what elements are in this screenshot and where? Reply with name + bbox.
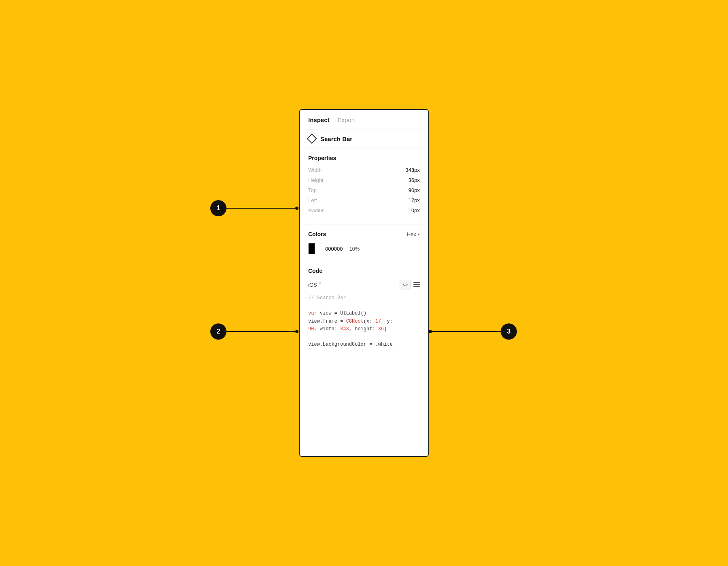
annotation-line-1 [226, 208, 295, 209]
code-frame-start: view.frame = [308, 319, 346, 324]
code-y-val: 90 [308, 326, 314, 332]
code-title: Code [308, 268, 420, 274]
code-keyword-var: var [308, 310, 317, 316]
code-y-label: , y: [381, 319, 393, 324]
code-x-label: x: [366, 319, 375, 324]
color-hex-value: 000000 [325, 246, 343, 252]
colors-section: Colors Hex ▾ 000000 10% [300, 224, 428, 261]
code-cgrect-keyword: CGRect [346, 319, 364, 324]
code-view-button[interactable]: <> [400, 280, 411, 289]
color-opacity-value: 10% [349, 246, 360, 252]
prop-row-top: Top 90px [308, 187, 420, 193]
code-line-3: view.backgroundColor = .white [308, 341, 420, 348]
annotation-bubble-2: 2 [210, 323, 226, 340]
prop-row-width: Width 343px [308, 167, 420, 173]
code-w-val: 343 [340, 326, 349, 332]
code-paren-open: ( [364, 319, 366, 324]
prop-value-width: 343px [406, 167, 420, 173]
annotation-line-2 [226, 331, 295, 332]
prop-row-left: Left 17px [308, 197, 420, 203]
hamburger-menu-icon[interactable] [413, 282, 420, 287]
prop-label-width: Width [308, 167, 322, 173]
annotation-dot-1 [295, 207, 298, 210]
code-line-2: view.frame = CGRect(x: 17, y: [308, 318, 420, 325]
annotation-bubble-3: 3 [501, 323, 517, 340]
prop-value-left: 17px [408, 197, 420, 203]
code-line-1: var view = UILabel() [308, 310, 420, 317]
platform-dropdown[interactable]: iOS ˅ [308, 282, 322, 288]
prop-label-top: Top [308, 187, 317, 193]
code-brackets-icon: <> [403, 282, 408, 287]
code-line-2b: 90, width: 343, height: 36) [308, 325, 420, 333]
annotation-line-3 [432, 331, 501, 332]
colors-header: Colors Hex ▾ [308, 231, 420, 237]
colors-title: Colors [308, 231, 326, 237]
tab-inspect[interactable]: Inspect [308, 116, 330, 123]
prop-label-height: Height [308, 177, 324, 183]
code-h-label: , height: [349, 326, 378, 332]
color-swatch[interactable] [308, 243, 321, 254]
code-section: Code iOS ˅ <> // Search Bar var [300, 261, 428, 357]
annotation-1: 1 [210, 200, 298, 216]
platform-chevron-icon: ˅ [319, 282, 322, 288]
code-comment-line: // Search Bar [308, 294, 420, 302]
component-header: Search Bar [300, 129, 428, 148]
component-name: Search Bar [320, 135, 352, 142]
annotation-dot-3 [429, 330, 432, 333]
annotation-dot-2 [295, 330, 298, 333]
code-h-val: 36 [378, 326, 384, 332]
prop-value-top: 90px [408, 187, 420, 193]
tab-export[interactable]: Export [338, 116, 355, 123]
inspect-panel: Inspect Export Search Bar Properties Wid… [299, 109, 429, 457]
annotation-3: 3 [429, 323, 517, 340]
annotation-2: 2 [210, 323, 298, 340]
platform-label: iOS [308, 282, 317, 288]
prop-value-height: 36px [408, 177, 420, 183]
properties-title: Properties [308, 155, 420, 161]
prop-label-left: Left [308, 197, 317, 203]
annotation-bubble-1: 1 [210, 200, 226, 216]
prop-row-radius: Radius 10px [308, 207, 420, 213]
prop-value-radius: 10px [408, 207, 420, 213]
code-x-val: 17 [375, 319, 381, 324]
hex-format-label: Hex [407, 231, 416, 237]
diamond-icon [307, 133, 317, 144]
code-close-paren: ) [384, 326, 387, 332]
tabs-row: Inspect Export [300, 110, 428, 129]
chevron-down-icon: ▾ [418, 232, 420, 237]
properties-section: Properties Width 343px Height 36px Top 9… [300, 148, 428, 224]
code-line1-rest: view = UILabel() [317, 310, 366, 316]
code-toolbar: iOS ˅ <> [308, 280, 420, 289]
color-row: 000000 10% [308, 243, 420, 254]
prop-row-height: Height 36px [308, 177, 420, 183]
code-icons: <> [400, 280, 420, 289]
prop-label-radius: Radius [308, 207, 324, 213]
hex-dropdown[interactable]: Hex ▾ [407, 231, 420, 237]
code-w-label: , width: [314, 326, 340, 332]
code-block: // Search Bar var view = UILabel() view.… [308, 294, 420, 348]
